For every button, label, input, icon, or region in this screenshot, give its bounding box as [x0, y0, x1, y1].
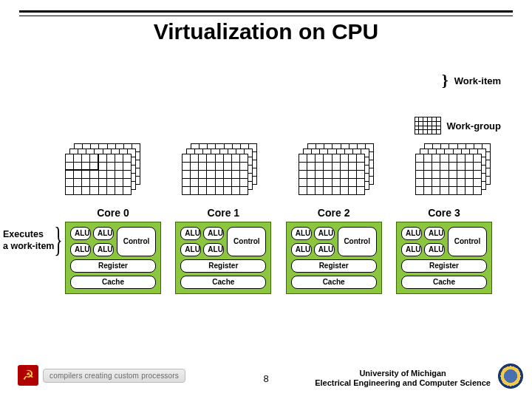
- page-number: 8: [263, 373, 268, 384]
- cores-row: Core 0 ALU ALU ALU ALU Control Register …: [65, 207, 492, 294]
- core-3: Core 3 ALU ALU ALU ALU Control Register …: [396, 207, 492, 294]
- grid-sheet: [182, 154, 248, 195]
- cache-chip: Cache: [70, 276, 156, 289]
- alu-chip: ALU: [291, 243, 312, 256]
- executes-line2: a work-item: [3, 241, 54, 251]
- alu-chip: ALU: [203, 243, 224, 256]
- core-box: ALU ALU ALU ALU Control Register Cache: [65, 222, 161, 294]
- alu-chip: ALU: [93, 243, 114, 256]
- grid-sheet: [299, 154, 365, 195]
- cache-chip: Cache: [291, 276, 377, 289]
- alu-chip: ALU: [70, 243, 91, 256]
- alu-chip: ALU: [180, 243, 201, 256]
- alu-chip: ALU: [180, 227, 201, 240]
- alu-chip: ALU: [401, 243, 422, 256]
- core-box: ALU ALU ALU ALU Control Register Cache: [286, 222, 382, 294]
- cache-chip: Cache: [401, 276, 487, 289]
- alu-chip: ALU: [424, 243, 445, 256]
- register-chip: Register: [291, 259, 377, 273]
- brace-icon: }: [442, 74, 449, 87]
- ccc-badge-icon: [18, 365, 38, 386]
- grid-sheet: [415, 154, 482, 195]
- legend-work-item: } Work-item: [442, 74, 501, 87]
- register-chip: Register: [401, 259, 487, 273]
- ccc-tagline: compilers creating custom processors: [43, 369, 185, 383]
- legend-work-group-label: Work-group: [447, 120, 501, 132]
- work-group-icon: [415, 117, 441, 134]
- affiliation: University of Michigan Electrical Engine…: [315, 369, 491, 389]
- core-0: Core 0 ALU ALU ALU ALU Control Register …: [65, 207, 161, 294]
- register-chip: Register: [70, 259, 156, 273]
- control-chip: Control: [117, 227, 156, 256]
- alu-chip: ALU: [314, 243, 335, 256]
- core-box: ALU ALU ALU ALU Control Register Cache: [175, 222, 271, 294]
- core-label: Core 1: [175, 207, 271, 219]
- alu-chip: ALU: [401, 227, 422, 240]
- grid-block-0: [65, 143, 142, 195]
- alu-chip: ALU: [70, 227, 91, 240]
- university-seal-icon: [498, 364, 523, 389]
- core-2: Core 2 ALU ALU ALU ALU Control Register …: [286, 207, 382, 294]
- control-chip: Control: [338, 227, 377, 256]
- top-rule: [19, 10, 513, 13]
- legend-work-group: Work-group: [415, 117, 501, 134]
- affiliation-line1: University of Michigan: [359, 369, 446, 378]
- ndrange-grids: [65, 143, 492, 195]
- core-label: Core 3: [396, 207, 492, 219]
- grid-block-1: [182, 143, 259, 195]
- core-label: Core 2: [286, 207, 382, 219]
- register-chip: Register: [180, 259, 266, 273]
- alu-chip: ALU: [314, 227, 335, 240]
- alu-chip: ALU: [93, 227, 114, 240]
- control-chip: Control: [227, 227, 266, 256]
- page-title: Virtualization on CPU: [0, 19, 532, 44]
- ccc-logo: compilers creating custom processors: [18, 365, 185, 386]
- core-box: ALU ALU ALU ALU Control Register Cache: [396, 222, 492, 294]
- grid-block-3: [415, 143, 492, 195]
- core-1: Core 1 ALU ALU ALU ALU Control Register …: [175, 207, 271, 294]
- executes-line1: Executes: [3, 229, 44, 239]
- footer: compilers creating custom processors 8 U…: [0, 361, 532, 393]
- control-chip: Control: [448, 227, 487, 256]
- executes-annotation: Executes a work-item: [3, 229, 62, 252]
- core-label: Core 0: [65, 207, 161, 219]
- alu-chip: ALU: [291, 227, 312, 240]
- affiliation-line2: Electrical Engineering and Computer Scie…: [315, 378, 491, 387]
- legend-work-item-label: Work-item: [454, 75, 501, 86]
- work-group-overlay: [65, 154, 98, 170]
- alu-chip: ALU: [424, 227, 445, 240]
- alu-chip: ALU: [203, 227, 224, 240]
- cache-chip: Cache: [180, 276, 266, 289]
- grid-block-2: [299, 143, 375, 195]
